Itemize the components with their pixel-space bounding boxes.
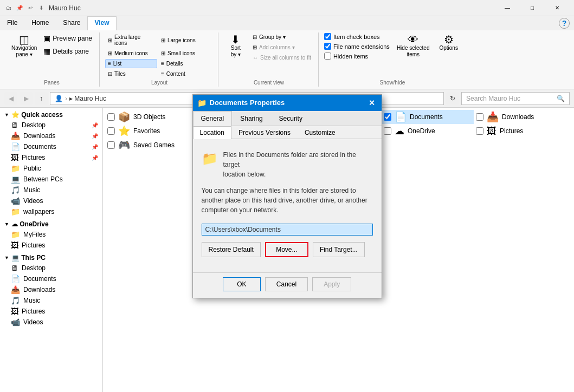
dialog-subtabs: Location Previous Versions Customize [193, 126, 382, 139]
move-button[interactable]: Move... [265, 242, 308, 257]
path-input[interactable] [202, 224, 373, 236]
dialog-info: 📁 Files in the Documents folder are stor… [202, 150, 373, 179]
dialog-tabs: General Sharing Security [193, 111, 382, 126]
find-target-button[interactable]: Find Target... [313, 242, 365, 257]
dialog-title-bar: 📁 Documents Properties ✕ [193, 95, 382, 111]
documents-properties-dialog: 📁 Documents Properties ✕ General Sharing… [192, 94, 382, 298]
cancel-button[interactable]: Cancel [265, 277, 308, 291]
dialog-body: 📁 Files in the Documents folder are stor… [193, 143, 382, 268]
dialog-icon: 📁 [197, 99, 207, 107]
dialog-title: Documents Properties [210, 99, 285, 107]
dialog-info-text: Files in the Documents folder are stored… [223, 150, 373, 179]
dialog-close-button[interactable]: ✕ [366, 97, 377, 108]
dialog-description: You can change where files in this folde… [202, 186, 373, 215]
subtab-previous-versions[interactable]: Previous Versions [231, 126, 298, 139]
tab-sharing[interactable]: Sharing [232, 111, 270, 126]
tab-security[interactable]: Security [271, 111, 311, 126]
ok-button[interactable]: OK [223, 277, 261, 291]
restore-default-button[interactable]: Restore Default [202, 242, 261, 257]
subtab-location[interactable]: Location [193, 126, 231, 139]
subtab-customize[interactable]: Customize [298, 126, 343, 139]
dialog-footer: OK Cancel Apply [193, 272, 382, 298]
apply-button[interactable]: Apply [312, 277, 351, 291]
dialog-action-buttons: Restore Default Move... Find Target... [202, 242, 373, 257]
dialog-overlay: 📁 Documents Properties ✕ General Sharing… [0, 0, 574, 392]
folder-info-icon: 📁 [202, 151, 218, 166]
tab-general[interactable]: General [193, 111, 233, 126]
